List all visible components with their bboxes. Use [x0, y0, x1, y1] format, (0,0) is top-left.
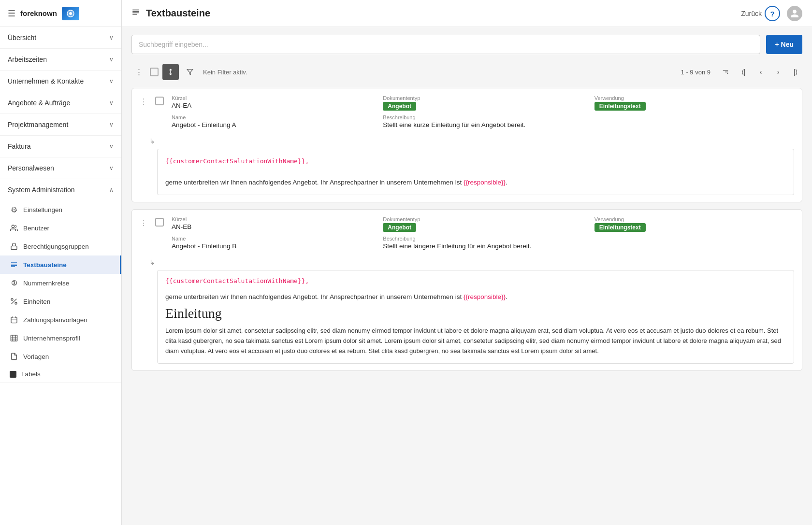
filter-status: Kein Filter aktiv. — [203, 69, 247, 76]
nav-section-angebote: Angebote & Aufträge ∨ — [0, 92, 121, 114]
next-page-btn[interactable]: › — [771, 65, 785, 79]
template-var-4: {{responsible}} — [464, 293, 506, 300]
nav-section-projektmanagement: Projektmanagement ∨ — [0, 114, 121, 136]
sidebar-item-benutzer[interactable]: Benutzer — [0, 219, 121, 237]
chevron-down-icon: ∨ — [109, 143, 114, 150]
top-bar: Textbausteine Zurück ? ↻ — [122, 0, 812, 27]
sidebar-item-labels[interactable]: Labels — [0, 366, 121, 383]
card-2-checkbox[interactable] — [155, 218, 164, 227]
gear-icon: ⚙ — [10, 205, 18, 214]
svg-rect-3 — [11, 246, 17, 249]
nav-section-uebersicht: Übersicht ∨ — [0, 27, 121, 49]
logo-icon — [62, 7, 79, 20]
main-content: Textbausteine Zurück ? ↻ + Neu ⋮ — [122, 0, 812, 525]
nav-section-personalwesen: Personalwesen ∨ — [0, 157, 121, 179]
svg-point-9 — [15, 302, 17, 304]
card-1-header: ⋮ Kürzel AN-EA Dokumententyp Angebot Ver… — [132, 88, 802, 133]
chevron-down-icon: ∨ — [109, 34, 114, 41]
page-title: Textbausteine — [146, 8, 735, 19]
units-icon — [10, 297, 18, 306]
dokumententyp-label-2: Dokumententyp — [383, 216, 582, 222]
name-value-1: Angebot - Einleitung A — [172, 121, 371, 128]
nav-section-unternehmen: Unternehmen & Kontakte ∨ — [0, 71, 121, 92]
svg-point-8 — [11, 298, 13, 300]
dokumententyp-label-1: Dokumententyp — [383, 95, 582, 101]
rich-body-2: Lorem ipsum dolor sit amet, consetetur s… — [165, 326, 786, 356]
content-area: + Neu ⋮ Kein Filter aktiv. 1 - 9 von 9 — [122, 27, 812, 525]
search-bar: + Neu — [131, 35, 802, 54]
chevron-down-icon: ∨ — [109, 78, 114, 85]
rich-heading-2: Einleitung — [165, 306, 786, 321]
prev-page-btn[interactable]: ‹ — [754, 65, 768, 79]
user-avatar[interactable] — [787, 6, 802, 21]
card-2-fields: Kürzel AN-EB Dokumententyp Angebot Verwe… — [172, 216, 794, 250]
verwendung-badge-2: Einleitungstext — [594, 223, 646, 232]
page-icon — [131, 8, 140, 19]
chevron-down-icon: ∨ — [109, 165, 114, 171]
drag-handle-icon-2[interactable]: ⋮ — [140, 216, 147, 250]
chevron-down-icon: ∨ — [109, 99, 114, 106]
svg-point-1 — [69, 12, 72, 15]
beschreibung-value-2: Stellt eine längere Einleitung für ein A… — [383, 242, 794, 250]
nav-header-uebersicht[interactable]: Übersicht ∨ — [0, 27, 121, 48]
hamburger-icon[interactable]: ☰ — [8, 8, 15, 19]
svg-rect-11 — [11, 317, 17, 323]
card-2-header: ⋮ Kürzel AN-EB Dokumententyp Angebot Ver… — [132, 210, 802, 255]
sidebar-item-nummernkreise[interactable]: ① Nummernkreise — [0, 274, 121, 292]
beschreibung-label-2: Beschreibung — [383, 236, 794, 241]
kuerzel-value-1: AN-EA — [172, 102, 371, 109]
nav-header-arbeitszeiten[interactable]: Arbeitszeiten ∨ — [0, 49, 121, 70]
sidebar-item-berechtigungsgruppen[interactable]: Berechtigungsgruppen — [0, 237, 121, 255]
dokumententyp-badge-2: Angebot — [383, 223, 416, 232]
help-button[interactable]: ? — [765, 6, 780, 21]
sidebar-item-zahlungsplanvorlagen[interactable]: Zahlungsplanvorlagen — [0, 311, 121, 329]
global-header-icons: ? — [755, 0, 812, 27]
kuerzel-value-2: AN-EB — [172, 223, 371, 230]
verwendung-badge-1: Einleitungstext — [594, 102, 646, 111]
label-icon — [10, 371, 16, 378]
plan-icon — [10, 315, 18, 324]
nav-header-projektmanagement[interactable]: Projektmanagement ∨ — [0, 114, 121, 135]
dokumententyp-badge-1: Angebot — [383, 102, 416, 111]
sidebar-item-einstellungen[interactable]: ⚙ Einstellungen — [0, 200, 121, 219]
template-var-3: {{customerContactSalutationWithName}}, — [165, 277, 309, 284]
nav-section-faktura: Faktura ∨ — [0, 136, 121, 157]
system-sub-items: ⚙ Einstellungen Benutzer — [0, 200, 121, 383]
beschreibung-label-1: Beschreibung — [383, 114, 794, 120]
users-icon — [10, 224, 18, 232]
drag-handle-icon[interactable]: ⋮ — [140, 95, 147, 128]
sidebar-item-unternehmensprofil[interactable]: Unternehmensprofil — [0, 329, 121, 347]
chevron-down-icon: ∨ — [109, 56, 114, 63]
number-icon: ① — [10, 279, 18, 287]
kuerzel-label-2: Kürzel — [172, 216, 371, 222]
name-label-2: Name — [172, 236, 371, 241]
sort-options-btn[interactable] — [718, 65, 733, 79]
nav-header-unternehmen[interactable]: Unternehmen & Kontakte ∨ — [0, 71, 121, 92]
nav-section-system: System Administration ∧ ⚙ Einstellungen … — [0, 179, 121, 383]
card-2: ⋮ Kürzel AN-EB Dokumententyp Angebot Ver… — [131, 209, 802, 371]
svg-marker-25 — [187, 70, 193, 75]
company-icon — [10, 334, 18, 342]
nav-header-system[interactable]: System Administration ∧ — [0, 179, 121, 200]
card-1-checkbox[interactable] — [155, 97, 164, 105]
pagination-info: 1 - 9 von 9 — [681, 69, 710, 76]
sidebar-item-vorlagen[interactable]: Vorlagen — [0, 347, 121, 366]
search-input[interactable] — [131, 35, 760, 54]
select-all-checkbox[interactable] — [150, 68, 159, 76]
kuerzel-label-1: Kürzel — [172, 95, 371, 101]
more-options-btn[interactable]: ⋮ — [131, 65, 146, 79]
first-page-btn[interactable]: ⟨| — [737, 65, 750, 79]
verwendung-label-2: Verwendung — [594, 216, 794, 222]
svg-rect-15 — [11, 335, 17, 341]
card-1-fields: Kürzel AN-EA Dokumententyp Angebot Verwe… — [172, 95, 794, 128]
card-2-rich-content: {{customerContactSalutationWithName}}, g… — [157, 270, 794, 364]
nav-header-angebote[interactable]: Angebote & Aufträge ∨ — [0, 92, 121, 114]
sidebar-item-einheiten[interactable]: Einheiten — [0, 292, 121, 311]
filter-button[interactable] — [183, 65, 197, 79]
sort-button[interactable] — [162, 64, 179, 80]
sidebar-item-textbausteine[interactable]: Textbausteine — [0, 255, 121, 274]
nav-header-personalwesen[interactable]: Personalwesen ∨ — [0, 157, 121, 179]
last-page-btn[interactable]: |⟩ — [789, 65, 802, 79]
new-button[interactable]: + Neu — [766, 35, 802, 54]
nav-header-faktura[interactable]: Faktura ∨ — [0, 136, 121, 157]
